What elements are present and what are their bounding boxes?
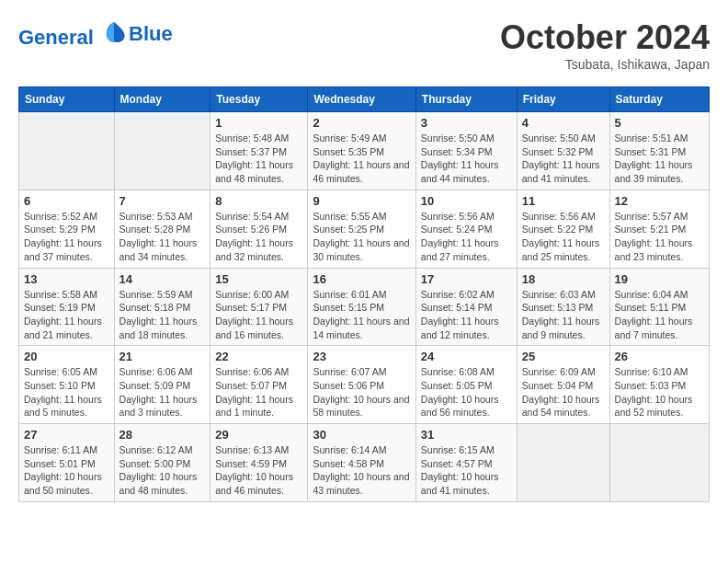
weekday-header-monday: Monday bbox=[114, 87, 210, 112]
page-header: General Blue October 2024 Tsubata, Ishik… bbox=[18, 18, 710, 72]
day-info: Sunrise: 6:07 AM Sunset: 5:06 PM Dayligh… bbox=[313, 365, 410, 419]
day-number: 16 bbox=[313, 272, 410, 286]
day-cell: 4Sunrise: 5:50 AM Sunset: 5:32 PM Daylig… bbox=[517, 112, 609, 190]
day-number: 2 bbox=[313, 116, 410, 130]
day-number: 21 bbox=[119, 350, 206, 363]
day-cell: 9Sunrise: 5:55 AM Sunset: 5:25 PM Daylig… bbox=[308, 190, 415, 268]
day-cell: 11Sunrise: 5:56 AM Sunset: 5:22 PM Dayli… bbox=[517, 190, 609, 268]
day-number: 3 bbox=[421, 116, 512, 130]
day-cell: 12Sunrise: 5:57 AM Sunset: 5:21 PM Dayli… bbox=[609, 190, 709, 268]
day-number: 12 bbox=[615, 194, 704, 208]
day-info: Sunrise: 5:58 AM Sunset: 5:19 PM Dayligh… bbox=[24, 288, 109, 342]
day-cell: 3Sunrise: 5:50 AM Sunset: 5:34 PM Daylig… bbox=[415, 112, 517, 190]
day-number: 5 bbox=[615, 116, 704, 130]
day-cell: 7Sunrise: 5:53 AM Sunset: 5:28 PM Daylig… bbox=[114, 190, 210, 268]
day-info: Sunrise: 5:56 AM Sunset: 5:22 PM Dayligh… bbox=[522, 210, 605, 264]
day-cell bbox=[114, 112, 210, 190]
week-row-4: 20Sunrise: 6:05 AM Sunset: 5:10 PM Dayli… bbox=[19, 346, 710, 424]
day-info: Sunrise: 5:52 AM Sunset: 5:29 PM Dayligh… bbox=[24, 210, 109, 264]
day-cell: 14Sunrise: 5:59 AM Sunset: 5:18 PM Dayli… bbox=[114, 268, 210, 346]
location: Tsubata, Ishikawa, Japan bbox=[500, 57, 710, 72]
day-number: 18 bbox=[522, 272, 605, 286]
day-info: Sunrise: 6:06 AM Sunset: 5:09 PM Dayligh… bbox=[119, 365, 206, 419]
day-number: 29 bbox=[215, 428, 302, 442]
logo: General Blue bbox=[18, 18, 173, 49]
day-cell: 22Sunrise: 6:06 AM Sunset: 5:07 PM Dayli… bbox=[210, 346, 308, 424]
weekday-header-friday: Friday bbox=[517, 87, 609, 112]
day-cell: 23Sunrise: 6:07 AM Sunset: 5:06 PM Dayli… bbox=[308, 346, 415, 424]
day-info: Sunrise: 6:15 AM Sunset: 4:57 PM Dayligh… bbox=[421, 443, 512, 498]
day-number: 7 bbox=[119, 194, 206, 208]
day-cell: 15Sunrise: 6:00 AM Sunset: 5:17 PM Dayli… bbox=[210, 268, 308, 346]
day-info: Sunrise: 6:10 AM Sunset: 5:03 PM Dayligh… bbox=[615, 365, 704, 419]
day-cell: 1Sunrise: 5:48 AM Sunset: 5:37 PM Daylig… bbox=[210, 112, 308, 190]
day-info: Sunrise: 6:08 AM Sunset: 5:05 PM Dayligh… bbox=[421, 365, 512, 419]
day-number: 13 bbox=[24, 272, 109, 286]
week-row-2: 6Sunrise: 5:52 AM Sunset: 5:29 PM Daylig… bbox=[19, 190, 710, 268]
title-block: October 2024 Tsubata, Ishikawa, Japan bbox=[500, 18, 710, 72]
weekday-header-sunday: Sunday bbox=[19, 87, 115, 112]
day-number: 19 bbox=[615, 272, 704, 286]
day-info: Sunrise: 5:53 AM Sunset: 5:28 PM Dayligh… bbox=[119, 210, 206, 264]
day-number: 10 bbox=[421, 194, 512, 208]
day-info: Sunrise: 6:06 AM Sunset: 5:07 PM Dayligh… bbox=[215, 365, 302, 419]
logo-blue: Blue bbox=[129, 23, 173, 45]
day-info: Sunrise: 6:13 AM Sunset: 4:59 PM Dayligh… bbox=[215, 443, 302, 498]
day-number: 23 bbox=[313, 350, 410, 363]
day-info: Sunrise: 6:04 AM Sunset: 5:11 PM Dayligh… bbox=[615, 288, 704, 342]
day-number: 27 bbox=[24, 428, 109, 442]
day-number: 25 bbox=[522, 350, 605, 363]
day-number: 14 bbox=[119, 272, 206, 286]
day-cell: 20Sunrise: 6:05 AM Sunset: 5:10 PM Dayli… bbox=[19, 346, 115, 424]
week-row-1: 1Sunrise: 5:48 AM Sunset: 5:37 PM Daylig… bbox=[19, 112, 710, 190]
day-info: Sunrise: 5:50 AM Sunset: 5:32 PM Dayligh… bbox=[522, 132, 605, 186]
day-cell bbox=[517, 424, 609, 502]
week-row-5: 27Sunrise: 6:11 AM Sunset: 5:01 PM Dayli… bbox=[19, 424, 710, 502]
day-cell: 17Sunrise: 6:02 AM Sunset: 5:14 PM Dayli… bbox=[415, 268, 517, 346]
day-info: Sunrise: 5:59 AM Sunset: 5:18 PM Dayligh… bbox=[119, 288, 206, 342]
day-info: Sunrise: 6:02 AM Sunset: 5:14 PM Dayligh… bbox=[421, 288, 512, 342]
week-row-3: 13Sunrise: 5:58 AM Sunset: 5:19 PM Dayli… bbox=[19, 268, 710, 346]
day-cell: 18Sunrise: 6:03 AM Sunset: 5:13 PM Dayli… bbox=[517, 268, 609, 346]
day-info: Sunrise: 5:56 AM Sunset: 5:24 PM Dayligh… bbox=[421, 210, 512, 264]
day-info: Sunrise: 6:05 AM Sunset: 5:10 PM Dayligh… bbox=[24, 365, 109, 419]
day-info: Sunrise: 5:55 AM Sunset: 5:25 PM Dayligh… bbox=[313, 210, 410, 264]
day-cell: 16Sunrise: 6:01 AM Sunset: 5:15 PM Dayli… bbox=[308, 268, 415, 346]
day-number: 26 bbox=[615, 350, 704, 363]
day-number: 1 bbox=[215, 116, 302, 130]
day-cell: 30Sunrise: 6:14 AM Sunset: 4:58 PM Dayli… bbox=[308, 424, 415, 502]
weekday-header-tuesday: Tuesday bbox=[210, 87, 308, 112]
day-number: 22 bbox=[215, 350, 302, 363]
day-number: 28 bbox=[119, 428, 206, 442]
day-number: 31 bbox=[421, 428, 512, 442]
calendar-table: SundayMondayTuesdayWednesdayThursdayFrid… bbox=[18, 86, 710, 502]
day-number: 20 bbox=[24, 350, 109, 363]
day-cell: 31Sunrise: 6:15 AM Sunset: 4:57 PM Dayli… bbox=[415, 424, 517, 502]
day-number: 11 bbox=[522, 194, 605, 208]
day-number: 24 bbox=[421, 350, 512, 363]
day-cell: 27Sunrise: 6:11 AM Sunset: 5:01 PM Dayli… bbox=[19, 424, 115, 502]
day-number: 30 bbox=[313, 428, 410, 442]
day-info: Sunrise: 6:11 AM Sunset: 5:01 PM Dayligh… bbox=[24, 443, 109, 498]
weekday-header-wednesday: Wednesday bbox=[308, 87, 415, 112]
day-number: 17 bbox=[421, 272, 512, 286]
logo-text: General bbox=[18, 18, 127, 49]
day-info: Sunrise: 6:01 AM Sunset: 5:15 PM Dayligh… bbox=[313, 288, 410, 342]
day-info: Sunrise: 5:48 AM Sunset: 5:37 PM Dayligh… bbox=[215, 132, 302, 186]
day-cell: 24Sunrise: 6:08 AM Sunset: 5:05 PM Dayli… bbox=[415, 346, 517, 424]
day-number: 9 bbox=[313, 194, 410, 208]
day-number: 15 bbox=[215, 272, 302, 286]
day-cell: 10Sunrise: 5:56 AM Sunset: 5:24 PM Dayli… bbox=[415, 190, 517, 268]
day-cell: 13Sunrise: 5:58 AM Sunset: 5:19 PM Dayli… bbox=[19, 268, 115, 346]
day-cell bbox=[609, 424, 709, 502]
day-cell: 28Sunrise: 6:12 AM Sunset: 5:00 PM Dayli… bbox=[114, 424, 210, 502]
day-cell: 19Sunrise: 6:04 AM Sunset: 5:11 PM Dayli… bbox=[609, 268, 709, 346]
day-cell: 2Sunrise: 5:49 AM Sunset: 5:35 PM Daylig… bbox=[308, 112, 415, 190]
day-number: 6 bbox=[24, 194, 109, 208]
weekday-header-thursday: Thursday bbox=[415, 87, 517, 112]
day-info: Sunrise: 5:50 AM Sunset: 5:34 PM Dayligh… bbox=[421, 132, 512, 186]
weekday-header-saturday: Saturday bbox=[609, 87, 709, 112]
day-cell: 5Sunrise: 5:51 AM Sunset: 5:31 PM Daylig… bbox=[609, 112, 709, 190]
day-info: Sunrise: 5:51 AM Sunset: 5:31 PM Dayligh… bbox=[615, 132, 704, 186]
day-cell: 26Sunrise: 6:10 AM Sunset: 5:03 PM Dayli… bbox=[609, 346, 709, 424]
